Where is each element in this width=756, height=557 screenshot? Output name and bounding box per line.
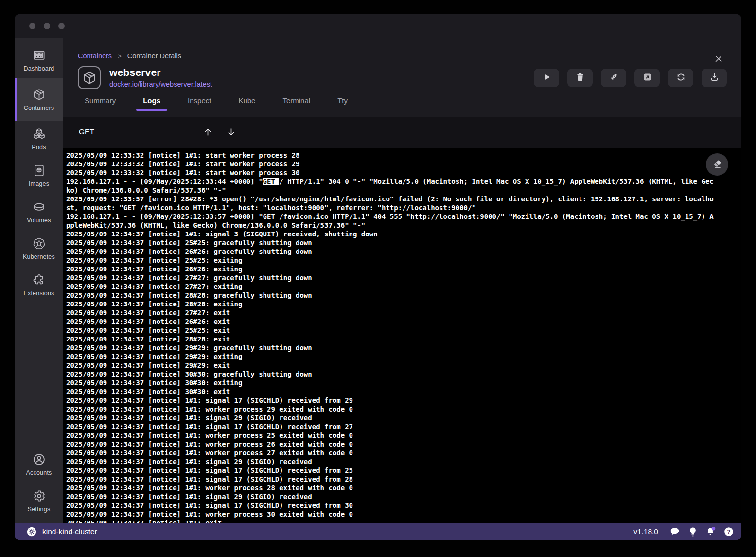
- sidebar-bottom-items: AccountsSettings: [15, 446, 63, 519]
- log-line: 2025/05/09 12:34:37 [notice] 29#29: grac…: [66, 343, 741, 352]
- window-maximize-dot[interactable]: [58, 23, 65, 29]
- search-match-highlight: GET: [263, 178, 280, 185]
- accounts-icon: [33, 453, 46, 466]
- log-line: 2025/05/09 12:34:37 [notice] 25#25: grac…: [66, 238, 741, 247]
- log-line: 2025/05/09 12:33:57 [error] 28#28: *3 op…: [66, 195, 741, 203]
- app-version: v1.18.0: [633, 527, 658, 536]
- delete-container-button[interactable]: [567, 69, 593, 87]
- log-line: 2025/05/09 12:34:37 [notice] 1#1: worker…: [66, 484, 741, 492]
- log-line: 2025/05/09 12:34:37 [notice] 27#27: exit…: [66, 282, 741, 291]
- log-line: 2025/05/09 12:34:37 [notice] 1#1: signal…: [66, 466, 741, 475]
- deploy-to-kubernetes-button[interactable]: [601, 69, 626, 87]
- log-search-input[interactable]: [78, 126, 188, 140]
- tab-summary[interactable]: Summary: [78, 96, 123, 111]
- start-container-button[interactable]: [534, 69, 559, 87]
- log-line: 2025/05/09 12:34:37 [notice] 1#1: signal…: [66, 457, 741, 466]
- log-line: 2025/05/09 12:34:37 [notice] 1#1: signal…: [66, 230, 741, 238]
- sidebar-item-images[interactable]: Images: [15, 157, 63, 194]
- log-line: 2025/05/09 12:34:37 [notice] 28#28: exit…: [66, 300, 741, 308]
- help-button[interactable]: ?: [723, 526, 734, 537]
- breadcrumb-containers-link[interactable]: Containers: [78, 52, 112, 60]
- titlebar: [15, 14, 741, 38]
- log-line: ppleWebKit/537.36 (KHTML, like Gecko) Ch…: [66, 221, 741, 230]
- log-output[interactable]: 2025/05/09 12:33:32 [notice] 1#1: start …: [63, 148, 741, 523]
- notifications-button[interactable]: [705, 526, 716, 537]
- chat-icon: [669, 526, 680, 537]
- log-line: 2025/05/09 12:34:37 [notice] 1#1: signal…: [66, 413, 741, 422]
- log-line: 192.168.127.1 - - [09/May/2025:12:33:57 …: [66, 212, 741, 221]
- sidebar-item-label: Extensions: [23, 290, 54, 297]
- image-link[interactable]: docker.io/library/webserver:latest: [109, 80, 212, 88]
- page-title: webserver: [109, 67, 212, 78]
- settings-icon: [33, 489, 46, 503]
- log-line: st, request: "GET /favicon.ico HTTP/1.1"…: [66, 203, 741, 212]
- log-line: 2025/05/09 12:34:37 [notice] 27#27: exit: [66, 308, 741, 317]
- log-line: 2025/05/09 12:33:32 [notice] 1#1: start …: [66, 151, 741, 160]
- svg-text:?: ?: [727, 529, 731, 535]
- breadcrumb-separator: >: [118, 53, 122, 60]
- search-next-button[interactable]: [223, 125, 239, 141]
- log-line: 2025/05/09 12:34:37 [notice] 29#29: exit: [66, 361, 741, 370]
- containers-icon: [33, 88, 46, 101]
- breadcrumb-current: Container Details: [127, 52, 181, 60]
- sidebar-item-label: Kubernetes: [23, 253, 55, 260]
- sidebar: DashboardContainersPodsImagesVolumesKube…: [15, 38, 63, 523]
- tab-logs[interactable]: Logs: [136, 96, 167, 111]
- kubernetes-wheel-icon: [26, 526, 37, 537]
- log-line: 2025/05/09 12:34:37 [notice] 26#26: grac…: [66, 247, 741, 256]
- close-details-button[interactable]: [713, 54, 724, 64]
- export-container-button[interactable]: [702, 69, 727, 87]
- container-actions: [534, 69, 727, 87]
- log-line: 2025/05/09 12:34:37 [notice] 1#1: signal…: [66, 475, 741, 484]
- tab-inspect[interactable]: Inspect: [181, 96, 218, 111]
- extensions-icon: [33, 273, 46, 287]
- sidebar-item-containers[interactable]: Containers: [15, 78, 63, 121]
- sidebar-item-label: Images: [29, 180, 49, 187]
- statusbar: kind-kind-cluster v1.18.0 ?: [15, 523, 741, 540]
- log-line: 2025/05/09 12:34:37 [notice] 1#1: worker…: [66, 405, 741, 413]
- play-icon: [542, 72, 552, 84]
- sidebar-item-accounts[interactable]: Accounts: [15, 446, 63, 483]
- log-line: 2025/05/09 12:34:37 [notice] 1#1: worker…: [66, 431, 741, 440]
- tasks-button[interactable]: [687, 526, 698, 537]
- log-rows: 2025/05/09 12:33:32 [notice] 1#1: start …: [66, 151, 741, 523]
- sidebar-item-kubernetes[interactable]: Kubernetes: [15, 230, 63, 267]
- bell-icon: [705, 526, 716, 537]
- sidebar-item-extensions[interactable]: Extensions: [15, 267, 63, 303]
- open-browser-button[interactable]: [634, 69, 660, 87]
- tab-kube[interactable]: Kube: [231, 96, 262, 111]
- sidebar-item-settings[interactable]: Settings: [15, 483, 63, 519]
- log-line: 2025/05/09 12:34:37 [notice] 1#1: worker…: [66, 510, 741, 519]
- tab-terminal[interactable]: Terminal: [276, 96, 317, 111]
- feedback-button[interactable]: [669, 526, 680, 537]
- log-line: 2025/05/09 12:34:37 [notice] 29#29: exit…: [66, 352, 741, 361]
- cluster-name: kind-kind-cluster: [42, 527, 97, 536]
- title-row: webserver docker.io/library/webserver:la…: [78, 66, 727, 89]
- volumes-icon: [33, 200, 46, 214]
- log-line: 2025/05/09 12:34:37 [notice] 30#30: grac…: [66, 370, 741, 378]
- app-window: DashboardContainersPodsImagesVolumesKube…: [15, 14, 741, 540]
- container-details-header: Containers > Container Details webserver: [63, 38, 741, 117]
- sidebar-item-label: Containers: [24, 105, 54, 111]
- tab-tty[interactable]: Tty: [331, 96, 354, 111]
- window-minimize-dot[interactable]: [44, 23, 50, 29]
- sidebar-item-label: Settings: [28, 506, 51, 513]
- kubernetes-context-button[interactable]: kind-kind-cluster: [26, 526, 97, 537]
- window-close-dot[interactable]: [29, 23, 35, 29]
- log-line: 2025/05/09 12:34:37 [notice] 1#1: signal…: [66, 492, 741, 501]
- log-line: 2025/05/09 12:33:32 [notice] 1#1: start …: [66, 168, 741, 177]
- sidebar-item-pods[interactable]: Pods: [15, 121, 63, 157]
- close-icon: [713, 58, 724, 66]
- log-line: 2025/05/09 12:34:37 [notice] 30#30: exit…: [66, 378, 741, 387]
- restart-container-button[interactable]: [668, 69, 693, 87]
- log-line: 2025/05/09 12:34:37 [notice] 1#1: worker…: [66, 449, 741, 457]
- sidebar-item-dashboard[interactable]: Dashboard: [15, 42, 63, 78]
- log-line: 2025/05/09 12:34:37 [notice] 1#1: signal…: [66, 396, 741, 405]
- log-line: 2025/05/09 12:34:37 [notice] 1#1: signal…: [66, 501, 741, 510]
- log-scrollbar-track[interactable]: [739, 148, 739, 523]
- sidebar-item-volumes[interactable]: Volumes: [15, 194, 63, 230]
- arrow-up-icon: [203, 131, 213, 139]
- log-line: 2025/05/09 12:34:37 [notice] 28#28: grac…: [66, 291, 741, 300]
- search-previous-button[interactable]: [199, 125, 216, 141]
- clear-logs-button[interactable]: [706, 153, 728, 176]
